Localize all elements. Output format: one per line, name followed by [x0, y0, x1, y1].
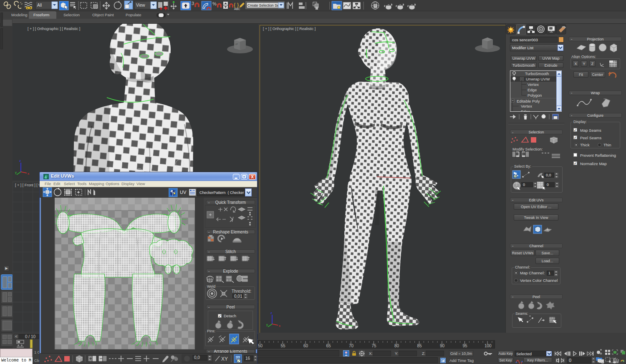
svg-text:Create Selection Se: Create Selection Se	[247, 3, 279, 8]
svg-text:{ }: { }	[234, 2, 239, 8]
svg-text:XY: XY	[221, 356, 228, 362]
svg-text:3: 3	[192, 1, 194, 6]
svg-text:70: 70	[349, 344, 354, 348]
svg-text:90: 90	[440, 344, 445, 348]
svg-text:z: z	[19, 159, 21, 163]
svg-text:100: 100	[485, 344, 492, 348]
svg-text:16: 16	[245, 356, 250, 361]
svg-text:UP: UP	[235, 43, 238, 45]
svg-text:x: x	[279, 324, 280, 328]
svg-text:75: 75	[372, 344, 377, 348]
svg-text:x: x	[28, 172, 29, 176]
svg-text:55: 55	[281, 344, 286, 348]
svg-text:50: 50	[258, 344, 263, 348]
svg-text:60: 60	[303, 344, 308, 348]
svg-text:0,0: 0,0	[194, 355, 200, 360]
svg-text:95: 95	[463, 344, 468, 348]
svg-text:0: 0	[569, 358, 571, 363]
svg-text:z: z	[270, 311, 272, 315]
svg-text:80: 80	[394, 344, 399, 348]
svg-text:65: 65	[326, 344, 331, 348]
svg-text:All: All	[37, 3, 42, 8]
svg-text:View: View	[136, 3, 145, 8]
svg-text:y: y	[15, 171, 17, 174]
svg-text:I+I+I: I+I+I	[236, 357, 241, 359]
svg-text:y: y	[266, 323, 268, 326]
svg-text:ABC: ABC	[234, 8, 240, 10]
svg-text:85: 85	[417, 344, 422, 348]
svg-text:%: %	[212, 1, 217, 6]
